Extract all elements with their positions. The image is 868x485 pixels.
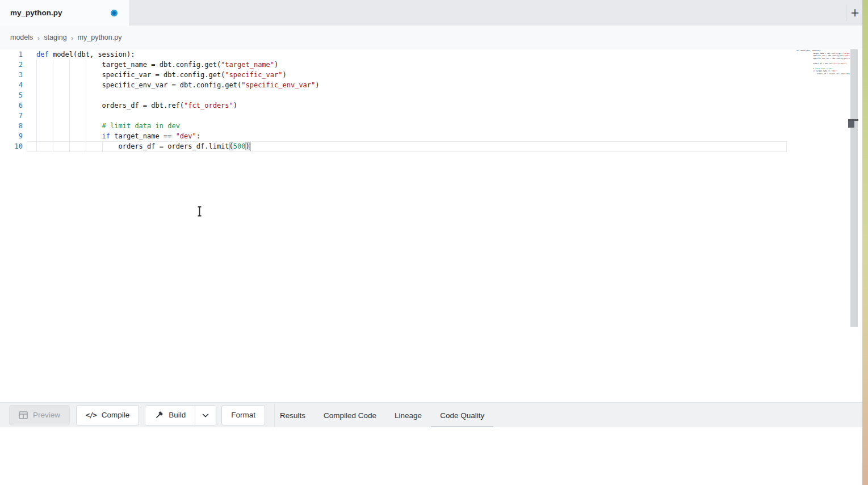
breadcrumb-item[interactable]: models <box>10 33 33 41</box>
code-brackets-icon: </> <box>86 411 97 419</box>
tabbar-separator <box>846 5 846 21</box>
table-grid-icon <box>19 411 28 419</box>
unsaved-changes-dot <box>111 10 118 16</box>
preview-button-label: Preview <box>33 411 60 419</box>
code-line[interactable]: specific_var = dbt.config.get("specific_… <box>36 70 320 80</box>
line-number-gutter[interactable]: 12345678910 <box>0 49 23 151</box>
result-panel-tabs: ResultsCompiled CodeLineageCode Quality <box>271 403 493 428</box>
mouse-ibeam-cursor <box>196 206 203 219</box>
code-line[interactable]: orders_df = dbt.ref("fct_orders") <box>36 100 320 111</box>
line-number[interactable]: 7 <box>0 111 23 121</box>
code-line[interactable]: orders_df = orders_df.limit(500) <box>36 141 320 151</box>
build-options-dropdown-button[interactable] <box>195 406 216 425</box>
minimap[interactable]: def model(dbt, session): target_name = d… <box>796 49 850 129</box>
editor-toolbar: Preview </> Compile Build <box>0 402 868 427</box>
compile-button-label: Compile <box>102 411 130 419</box>
code-line[interactable]: if target_name == "dev": <box>36 131 320 141</box>
code-line[interactable] <box>36 111 320 121</box>
new-tab-button[interactable]: + <box>848 3 862 22</box>
panel-tab-compiled-code[interactable]: Compiled Code <box>315 403 385 428</box>
breadcrumb-separator-icon: › <box>67 33 78 42</box>
line-number[interactable]: 6 <box>0 100 23 111</box>
minimap-line: orders_df = orders_df.limit(500) <box>796 73 850 75</box>
build-button-group: Build <box>145 405 216 425</box>
vertical-scrollbar[interactable] <box>850 49 858 327</box>
line-number[interactable]: 5 <box>0 90 23 100</box>
minimap-line: specific_env_var = dbt.config.get("speci… <box>796 57 850 60</box>
tab-my-python[interactable]: my_python.py <box>0 0 129 26</box>
code-line[interactable]: target_name = dbt.config.get("target_nam… <box>36 60 320 70</box>
line-number[interactable]: 8 <box>0 121 23 131</box>
chevron-down-icon <box>201 411 210 420</box>
code-line[interactable] <box>36 90 320 100</box>
desktop-edge-strip <box>862 0 868 485</box>
code-editor[interactable]: 12345678910 def model(dbt, session): tar… <box>0 49 868 402</box>
breadcrumb-item[interactable]: staging <box>44 33 66 41</box>
build-button-label: Build <box>169 411 186 419</box>
line-number[interactable]: 1 <box>0 49 23 60</box>
breadcrumb: models›staging›my_python.py <box>10 26 121 49</box>
compile-button[interactable]: </> Compile <box>76 405 139 425</box>
breadcrumb-bar: models›staging›my_python.py Save <box>0 26 868 49</box>
panel-tab-code-quality[interactable]: Code Quality <box>431 403 493 428</box>
line-number[interactable]: 10 <box>0 141 23 151</box>
editor-tab-bar: my_python.py + <box>0 0 868 26</box>
dbt-cloud-ide-window: my_python.py + models›staging›my_python.… <box>0 0 868 485</box>
line-number[interactable]: 2 <box>0 60 23 70</box>
preview-button[interactable]: Preview <box>9 405 70 425</box>
line-number[interactable]: 9 <box>0 131 23 141</box>
minimap-line: orders_df = dbt.ref("fct_orders") <box>796 62 850 65</box>
tab-title: my_python.py <box>10 9 62 17</box>
text-caret <box>250 142 251 151</box>
code-content[interactable]: def model(dbt, session): target_name = d… <box>36 49 320 151</box>
code-line[interactable]: def model(dbt, session): <box>36 49 320 60</box>
breadcrumb-separator-icon: › <box>33 33 44 42</box>
code-line[interactable]: # limit data in dev <box>36 121 320 131</box>
overview-ruler-cursor-mark <box>848 121 854 128</box>
hammer-icon <box>154 411 163 420</box>
line-number[interactable]: 4 <box>0 80 23 90</box>
code-line[interactable]: specific_env_var = dbt.config.get("speci… <box>36 80 320 90</box>
build-button[interactable]: Build <box>145 406 195 425</box>
breadcrumb-item[interactable]: my_python.py <box>78 33 122 41</box>
format-button[interactable]: Format <box>221 405 265 425</box>
line-number[interactable]: 3 <box>0 70 23 80</box>
format-button-label: Format <box>231 411 255 419</box>
panel-tab-lineage[interactable]: Lineage <box>385 403 431 428</box>
panel-tab-results[interactable]: Results <box>271 403 315 428</box>
result-panel-body <box>0 427 868 485</box>
